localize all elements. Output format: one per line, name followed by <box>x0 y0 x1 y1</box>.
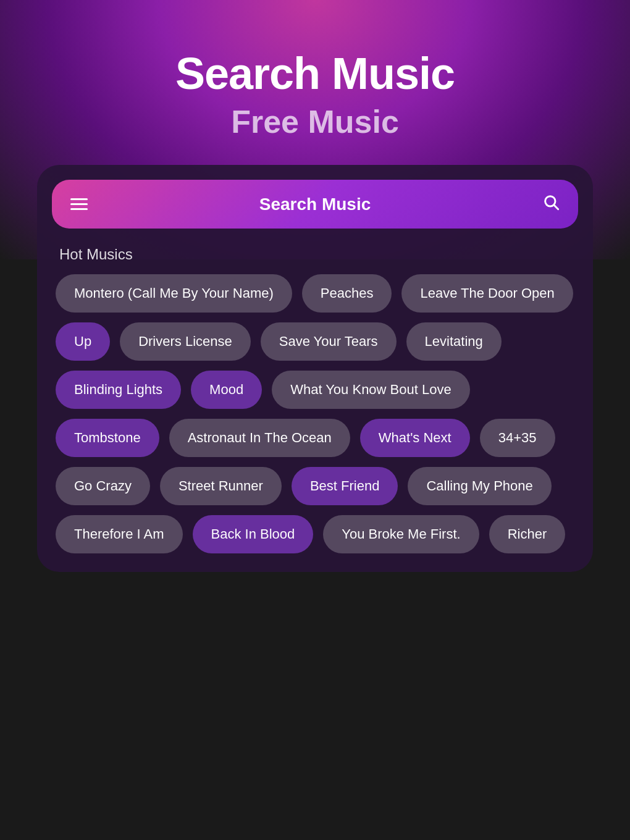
tag-item[interactable]: Calling My Phone <box>408 467 551 505</box>
tag-item[interactable]: Save Your Tears <box>261 322 397 361</box>
main-card: Search Music Hot Musics Montero (Call Me… <box>37 165 593 572</box>
menu-icon[interactable] <box>70 198 88 210</box>
tag-item[interactable]: Levitating <box>406 322 502 361</box>
tag-item[interactable]: Best Friend <box>292 467 398 505</box>
search-bar: Search Music <box>52 180 578 229</box>
tag-item[interactable]: What You Know Bout Love <box>272 371 470 409</box>
tag-item[interactable]: Mood <box>191 371 262 409</box>
search-bar-title: Search Music <box>259 195 371 214</box>
tag-item[interactable]: Back In Blood <box>193 515 314 553</box>
tag-item[interactable]: Richer <box>489 515 566 553</box>
tag-item[interactable]: Up <box>56 322 110 361</box>
svg-line-1 <box>554 205 558 209</box>
sub-title: Free Music <box>0 103 630 140</box>
tag-item[interactable]: Leave The Door Open <box>401 274 573 313</box>
tag-item[interactable]: Street Runner <box>160 467 282 505</box>
tag-item[interactable]: Tombstone <box>56 419 159 457</box>
tag-item[interactable]: Drivers License <box>120 322 251 361</box>
tag-item[interactable]: What's Next <box>360 419 470 457</box>
search-icon[interactable] <box>542 193 560 215</box>
tag-item[interactable]: Blinding Lights <box>56 371 181 409</box>
tag-item[interactable]: Therefore I Am <box>56 515 183 553</box>
tag-item[interactable]: Astronaut In The Ocean <box>169 419 350 457</box>
tag-item[interactable]: Peaches <box>302 274 392 313</box>
header-section: Search Music Free Music <box>0 0 630 165</box>
tag-item[interactable]: 34+35 <box>480 419 555 457</box>
tags-container: Montero (Call Me By Your Name)PeachesLea… <box>37 274 593 553</box>
tag-item[interactable]: Go Crazy <box>56 467 150 505</box>
main-title: Search Music <box>0 49 630 98</box>
section-label: Hot Musics <box>37 229 593 274</box>
tag-item[interactable]: You Broke Me First. <box>323 515 479 553</box>
tag-item[interactable]: Montero (Call Me By Your Name) <box>56 274 292 313</box>
